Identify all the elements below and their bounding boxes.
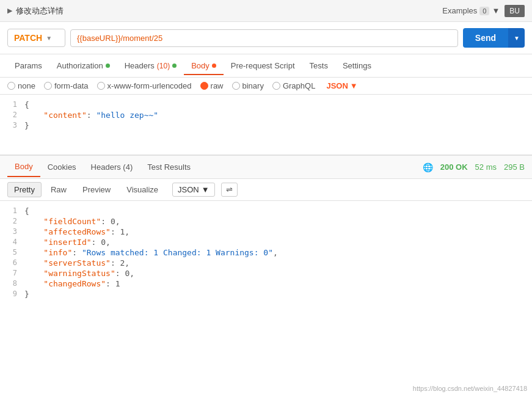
resp-line-1: 1 { (0, 206, 532, 216)
method-text: PATCH (14, 33, 42, 43)
resp-linenum-1: 1 (0, 206, 24, 216)
resp-tab-cookies[interactable]: Cookies (40, 158, 84, 177)
examples-label: Examples (442, 6, 477, 15)
resp-tab-headers-label: Headers (4) (91, 162, 133, 172)
resp-view-preview[interactable]: Preview (76, 182, 117, 197)
resp-content-5: "info": "Rows matched: 1 Changed: 1 Warn… (24, 248, 532, 257)
status-ok: 200 OK (440, 162, 468, 172)
examples-button[interactable]: Examples 0 ▼ (442, 6, 500, 15)
tab-authorization[interactable]: Authorization (49, 56, 117, 75)
json-type-chevron-icon: ▼ (350, 81, 358, 90)
radio-raw-label: raw (211, 81, 224, 90)
resp-tab-testresults-label: Test Results (147, 162, 191, 172)
body-type-bar: none form-data x-www-form-urlencoded raw… (0, 78, 532, 95)
radio-graphql-circle (272, 82, 280, 90)
examples-chevron-icon: ▼ (492, 6, 500, 15)
top-bar: ▶ 修改动态详情 Examples 0 ▼ BU (0, 0, 532, 22)
status-size: 295 B (504, 162, 525, 172)
request-tabs: Params Authorization Headers (10) Body P… (0, 54, 532, 78)
body-type-none[interactable]: none (7, 81, 35, 90)
headers-count: (10) (157, 62, 170, 70)
body-type-urlencoded[interactable]: x-www-form-urlencoded (97, 81, 192, 90)
resp-format-label: JSON (178, 185, 199, 194)
resp-linenum-5: 5 (0, 248, 24, 257)
tab-tests-label: Tests (310, 61, 328, 70)
examples-badge: 0 (479, 7, 489, 15)
resp-content-4: "insertId": 0, (24, 238, 532, 247)
resp-line-5: 5 "info": "Rows matched: 1 Changed: 1 Wa… (0, 247, 532, 258)
response-format-bar: Pretty Raw Preview Visualize JSON ▼ ⇌ (0, 179, 532, 201)
send-dropdown-button[interactable]: ▼ (508, 28, 525, 48)
resp-content-6: "serverStatus": 2, (24, 258, 532, 268)
tab-body[interactable]: Body (184, 56, 224, 75)
resp-view-pretty[interactable]: Pretty (7, 182, 42, 197)
body-type-graphql[interactable]: GraphQL (272, 81, 315, 90)
radio-binary-circle (232, 82, 240, 90)
resp-linenum-2: 2 (0, 217, 24, 226)
resp-view-raw[interactable]: Raw (44, 182, 73, 197)
headers-indicator (172, 64, 177, 68)
tab-params[interactable]: Params (7, 56, 49, 75)
tab-prerequest[interactable]: Pre-request Script (224, 56, 302, 75)
json-type-label: JSON (326, 81, 348, 90)
radio-urlencoded-circle (97, 82, 105, 90)
tab-body-label: Body (191, 61, 210, 70)
body-indicator (212, 64, 216, 68)
send-button[interactable]: Send (463, 28, 508, 48)
resp-linenum-6: 6 (0, 258, 24, 268)
wrap-button[interactable]: ⇌ (221, 183, 238, 197)
resp-content-7: "warningStatus": 0, (24, 269, 532, 278)
resp-tab-headers[interactable]: Headers (4) (84, 158, 140, 177)
resp-line-2: 2 "fieldCount": 0, (0, 216, 532, 227)
tab-authorization-label: Authorization (57, 61, 103, 70)
resp-content-3: "affectedRows": 1, (24, 227, 532, 236)
resp-line-8: 8 "changedRows": 1 (0, 279, 532, 289)
authorization-indicator (106, 64, 110, 68)
req-linenum-1: 1 (0, 100, 24, 109)
radio-raw-circle (200, 82, 208, 90)
radio-urlencoded-label: x-www-form-urlencoded (107, 81, 192, 90)
globe-icon: 🌐 (423, 162, 433, 172)
response-tabs-bar: Body Cookies Headers (4) Test Results 🌐 … (0, 156, 532, 179)
resp-line-9: 9 } (0, 289, 532, 299)
request-body-editor[interactable]: 1 { 2 "content": "hello zep~~" 3 } (0, 95, 532, 156)
resp-format-select[interactable]: JSON ▼ (172, 183, 215, 197)
req-line-content-3: } (24, 121, 532, 130)
radio-binary-label: binary (242, 81, 264, 90)
resp-format-chevron-icon: ▼ (202, 185, 210, 194)
req-line-3: 3 } (0, 120, 532, 131)
body-type-raw[interactable]: raw (200, 81, 224, 90)
req-linenum-2: 2 (0, 111, 24, 120)
resp-linenum-8: 8 (0, 279, 24, 288)
resp-tab-testresults[interactable]: Test Results (140, 158, 198, 177)
tab-headers[interactable]: Headers (10) (117, 56, 184, 75)
req-line-2: 2 "content": "hello zep~~" (0, 110, 532, 120)
tab-prerequest-label: Pre-request Script (231, 61, 295, 70)
radio-graphql-label: GraphQL (283, 81, 315, 90)
method-select[interactable]: PATCH ▼ (7, 29, 65, 47)
tab-settings[interactable]: Settings (335, 56, 379, 75)
radio-formdata-circle (44, 82, 52, 90)
json-type-select[interactable]: JSON ▼ (326, 81, 357, 90)
status-time: 52 ms (475, 162, 497, 172)
nav-arrow-icon: ▶ (7, 7, 12, 15)
tab-tests[interactable]: Tests (302, 56, 335, 75)
response-tabs: Body Cookies Headers (4) Test Results (7, 157, 423, 177)
resp-content-2: "fieldCount": 0, (24, 217, 532, 226)
url-input[interactable] (70, 29, 458, 47)
req-line-content-1: { (24, 100, 532, 109)
method-dropdown-icon: ▼ (46, 35, 52, 42)
bu-button[interactable]: BU (505, 5, 525, 17)
resp-view-visualize[interactable]: Visualize (120, 182, 165, 197)
resp-line-4: 4 "insertId": 0, (0, 237, 532, 247)
resp-line-7: 7 "warningStatus": 0, (0, 268, 532, 279)
tab-params-label: Params (15, 61, 42, 70)
resp-linenum-9: 9 (0, 290, 24, 299)
resp-content-9: } (24, 290, 532, 299)
body-type-binary[interactable]: binary (232, 81, 264, 90)
body-type-form-data[interactable]: form-data (44, 81, 89, 90)
resp-tab-body[interactable]: Body (7, 157, 40, 177)
url-bar: PATCH ▼ Send ▼ (0, 22, 532, 54)
resp-line-6: 6 "serverStatus": 2, (0, 258, 532, 268)
radio-formdata-label: form-data (54, 81, 89, 90)
